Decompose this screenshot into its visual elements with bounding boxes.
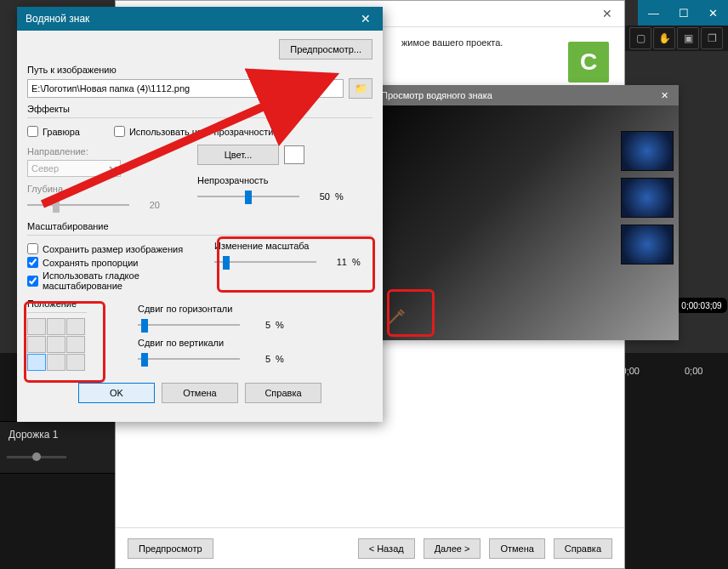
ruler-mark-2: 0;00 [685, 366, 702, 376]
wizard-preview-button[interactable]: Предпросмотр [128, 538, 213, 559]
scale-label: Изменение масштаба [214, 241, 361, 251]
path-input[interactable] [27, 79, 344, 98]
track-label: Дорожка 1 [0, 422, 115, 447]
preview-title: Просмотр водяного знака [381, 90, 492, 100]
hshift-value: 5 [245, 320, 270, 330]
watermark-dialog: Водяной знак ✕ Предпросмотр... Путь к из… [17, 7, 383, 422]
opacity-unit: % [335, 191, 344, 202]
keep-ratio-checkbox[interactable]: Сохранять пропорции [27, 257, 197, 268]
direction-select: Север [27, 160, 121, 177]
position-grid[interactable] [27, 318, 112, 371]
color-button[interactable]: Цвет... [197, 145, 279, 165]
track-header[interactable]: Дорожка 1 [0, 421, 115, 474]
camtasia-logo: C [568, 42, 609, 83]
track-volume-knob[interactable] [32, 452, 41, 461]
wizard-help-button[interactable]: Справка [554, 538, 612, 559]
preview-close-button[interactable]: ✕ [651, 85, 677, 105]
keep-size-checkbox[interactable]: Сохранить размер изображения [27, 243, 197, 254]
pan-icon[interactable]: ✋ [653, 27, 675, 49]
watermark-preview-window: Просмотр водяного знака ✕ [373, 85, 679, 340]
vshift-slider[interactable] [138, 351, 240, 367]
detach-icon[interactable]: ❐ [701, 27, 723, 49]
dialog-titlebar[interactable]: Водяной знак ✕ [17, 7, 383, 31]
wizard-close-button[interactable]: ✕ [590, 1, 624, 26]
scale-slider[interactable] [214, 254, 316, 270]
position-group-label: Положение [27, 299, 112, 309]
hshift-label: Сдвиг по горизонтали [138, 304, 284, 314]
smooth-scale-checkbox[interactable]: Использовать гладкое масштабирование [27, 270, 197, 291]
dialog-preview-button[interactable]: Предпросмотр... [279, 39, 373, 60]
wizard-back-button[interactable]: < Назад [358, 538, 415, 559]
snapshot-icon[interactable]: ▣ [677, 27, 699, 49]
dialog-close-button[interactable]: ✕ [349, 7, 383, 31]
ok-button[interactable]: OK [78, 383, 155, 403]
depth-label: Глубина [27, 184, 63, 194]
dialog-title: Водяной знак [26, 13, 89, 25]
video-thumb [621, 178, 674, 218]
scale-unit: % [352, 257, 361, 267]
depth-value: 20 [134, 200, 160, 210]
direction-label: Направление: [27, 146, 88, 156]
color-swatch [284, 145, 304, 164]
preview-titlebar[interactable]: Просмотр водяного знака ✕ [373, 85, 679, 105]
wizard-button-bar: Предпросмотр < Назад Далее > Отмена Спра… [116, 527, 624, 568]
position-bottom-left[interactable] [27, 354, 46, 371]
cancel-button[interactable]: Отмена [162, 383, 238, 403]
emboss-checkbox[interactable]: Гравюра [27, 126, 80, 137]
app-window-controls: — ☐ ✕ [638, 0, 728, 26]
preview-canvas [373, 105, 679, 340]
close-button[interactable]: ✕ [698, 0, 728, 26]
vshift-label: Сдвиг по вертикали [138, 338, 284, 348]
opacity-label: Непрозрачность [197, 175, 344, 185]
timecode: 0;00:03;09 [676, 298, 727, 313]
depth-slider [27, 197, 129, 213]
path-label: Путь к изображению [27, 65, 373, 75]
browse-button[interactable]: 📁 [349, 78, 373, 99]
vshift-value: 5 [245, 354, 270, 364]
video-thumb [621, 131, 674, 171]
minimize-button[interactable]: — [639, 0, 668, 26]
video-thumb [621, 225, 674, 265]
maximize-button[interactable]: ☐ [668, 0, 698, 26]
hshift-slider[interactable] [138, 317, 240, 333]
help-button[interactable]: Справка [245, 383, 321, 403]
opacity-slider[interactable] [197, 189, 299, 204]
scaling-group-label: Масштабирование [27, 221, 373, 231]
watermark-icon [385, 304, 409, 327]
effects-group-label: Эффекты [27, 104, 373, 114]
wizard-next-button[interactable]: Далее > [424, 538, 481, 559]
wizard-cancel-button[interactable]: Отмена [489, 538, 544, 559]
crop-icon[interactable]: ▢ [629, 27, 651, 49]
opacity-value: 50 [304, 191, 330, 202]
scale-value: 11 [321, 257, 347, 267]
use-transparency-checkbox[interactable]: Использовать цвет прозрачности [114, 126, 273, 137]
